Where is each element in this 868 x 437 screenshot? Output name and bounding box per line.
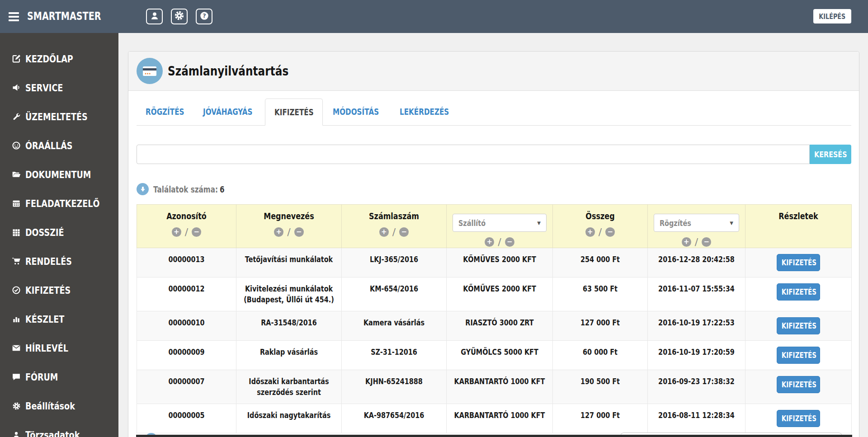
col-header-szallito: Szállító▼ +/− bbox=[447, 205, 553, 248]
help-button[interactable]: ? bbox=[196, 9, 212, 24]
cell-recorded: 2016-08-11 12:28:34 bbox=[648, 404, 745, 433]
sort-asc-button[interactable]: + bbox=[682, 237, 691, 247]
sort-desc-button[interactable]: − bbox=[294, 227, 304, 237]
table-row: 00000009 Raklap vásárlás SZ-31-12016 GYÜ… bbox=[137, 341, 852, 370]
sort-asc-button[interactable]: + bbox=[172, 227, 181, 237]
table-row: 00000012 Kivitelezési munkálatok (Budape… bbox=[137, 277, 852, 311]
cell-recorded: 2016-10-19 17:22:53 bbox=[648, 311, 745, 341]
logout-button[interactable]: KILÉPÉS bbox=[813, 9, 851, 23]
sidebar-item-dokumentum[interactable]: DOKUMENTUM bbox=[0, 160, 118, 189]
pay-button[interactable]: KIFIZETÉS bbox=[777, 347, 820, 364]
cell-id: 00000013 bbox=[137, 248, 236, 277]
cell-id: 00000012 bbox=[137, 277, 236, 311]
col-header-azonosito: Azonosító +/− bbox=[137, 205, 236, 248]
question-icon: ? bbox=[199, 11, 209, 23]
sidebar-item-keszlet[interactable]: KÉSZLET bbox=[0, 305, 118, 334]
sidebar-item-beallitasok[interactable]: Beállítások bbox=[0, 391, 118, 420]
pay-button[interactable]: KIFIZETÉS bbox=[777, 410, 820, 427]
app: SMARTMASTER ? KILÉPÉS KEZDŐLAP SERVICE Ü… bbox=[0, 0, 868, 437]
sidebar-item-uzemeltetes[interactable]: ÜZEMELTETÉS bbox=[0, 102, 118, 131]
cart-icon bbox=[11, 256, 21, 266]
table-header-row: Azonosító +/− Megnevezés +/− Számlaszám … bbox=[137, 205, 852, 248]
sidebar-item-label: RENDELÉS bbox=[25, 256, 72, 267]
sort-asc-button[interactable]: + bbox=[585, 227, 595, 237]
sidebar-item-forum[interactable]: FÓRUM bbox=[0, 362, 118, 391]
content-panel: Számlanyilvántartás RÖGZÍTÉS JÓVÁHAGYÁS … bbox=[128, 51, 859, 437]
cell-name: Időszaki nagytakarítás bbox=[236, 404, 342, 433]
bottom-bar bbox=[136, 435, 852, 437]
cell-invoice: KJHN-65241888 bbox=[342, 370, 447, 404]
cell-invoice: SZ-31-12016 bbox=[342, 341, 447, 370]
sort-desc-button[interactable]: − bbox=[399, 227, 409, 237]
pay-button[interactable]: KIFIZETÉS bbox=[777, 376, 820, 393]
cell-invoice: LKJ-365/2016 bbox=[342, 248, 447, 277]
sidebar-item-torzsadatok[interactable]: Törzsadatok bbox=[0, 420, 118, 437]
tab-lekerdezes[interactable]: LEKÉRDEZÉS bbox=[391, 99, 461, 125]
cell-action: KIFIZETÉS bbox=[745, 341, 852, 370]
results-label: Találatok száma: bbox=[153, 184, 218, 194]
chevron-down-icon: ▼ bbox=[730, 221, 733, 226]
tab-kifizetes[interactable]: KIFIZETÉS bbox=[265, 99, 323, 125]
sidebar: KEZDŐLAP SERVICE ÜZEMELTETÉS ÓRAÁLLÁS DO… bbox=[0, 33, 118, 437]
sort-asc-button[interactable]: + bbox=[485, 237, 494, 247]
sidebar-item-hirlevel[interactable]: HÍRLEVÉL bbox=[0, 334, 118, 362]
tab-modositas[interactable]: MÓDOSÍTÁS bbox=[324, 99, 390, 125]
sidebar-item-label: Beállítások bbox=[25, 400, 75, 412]
svg-text:?: ? bbox=[203, 12, 206, 19]
table-row: 00000010 RA-31548/2016 Kamera vásárlás R… bbox=[137, 311, 852, 341]
pay-button[interactable]: KIFIZETÉS bbox=[777, 254, 820, 271]
cell-amount: 190 500 Ft bbox=[553, 370, 648, 404]
search-button[interactable]: KERESÉS bbox=[810, 145, 851, 164]
recorded-filter-select[interactable]: Rögzítés▼ bbox=[654, 214, 739, 232]
sort-desc-button[interactable]: − bbox=[605, 227, 615, 237]
cell-amount: 63 500 Ft bbox=[553, 277, 648, 311]
sidebar-item-label: KEZDŐLAP bbox=[25, 53, 73, 65]
top-navbar: SMARTMASTER ? KILÉPÉS bbox=[0, 0, 868, 33]
sidebar-item-label: KIFIZETÉS bbox=[25, 285, 71, 296]
sort-desc-button[interactable]: − bbox=[505, 237, 514, 247]
sidebar-item-service[interactable]: SERVICE bbox=[0, 73, 118, 102]
cell-invoice: KM-654/2016 bbox=[342, 277, 447, 311]
sidebar-item-rendeles[interactable]: RENDELÉS bbox=[0, 247, 118, 276]
chat-icon bbox=[11, 372, 21, 382]
sort-desc-button[interactable]: − bbox=[702, 237, 711, 247]
tab-rogzites[interactable]: RÖGZÍTÉS bbox=[137, 99, 193, 125]
table-row: 00000005 Időszaki nagytakarítás KA-98765… bbox=[137, 404, 852, 433]
settings-button[interactable] bbox=[171, 9, 188, 24]
sidebar-item-kezdolap[interactable]: KEZDŐLAP bbox=[0, 44, 118, 73]
check-circle-icon bbox=[11, 285, 21, 295]
supplier-filter-select[interactable]: Szállító▼ bbox=[453, 214, 547, 232]
sidebar-item-feladatkezelo[interactable]: FELADATKEZELŐ bbox=[0, 189, 118, 218]
col-header-rogzites: Rögzítés▼ +/− bbox=[648, 205, 745, 248]
sidebar-item-label: DOKUMENTUM bbox=[25, 169, 91, 180]
menu-toggle-icon[interactable] bbox=[9, 12, 19, 21]
cell-name: Kivitelezési munkálatok (Budapest, Üllői… bbox=[236, 277, 342, 311]
sort-asc-button[interactable]: + bbox=[274, 227, 283, 237]
col-header-osszeg: Összeg +/− bbox=[553, 205, 648, 248]
search-input[interactable] bbox=[137, 145, 810, 164]
sidebar-item-kifizetes[interactable]: KIFIZETÉS bbox=[0, 276, 118, 305]
tab-jovahagyas[interactable]: JÓVÁHAGYÁS bbox=[194, 99, 264, 125]
wrench-icon bbox=[11, 112, 21, 122]
results-text: Találatok száma:6 bbox=[153, 184, 225, 194]
pay-button[interactable]: KIFIZETÉS bbox=[777, 283, 820, 301]
cell-supplier: KŐMŰVES 2000 KFT bbox=[447, 277, 553, 311]
gear-icon bbox=[174, 10, 184, 23]
cell-invoice: KA-987654/2016 bbox=[342, 404, 447, 433]
sidebar-item-dosszie[interactable]: DOSSZIÉ bbox=[0, 218, 118, 247]
cell-action: KIFIZETÉS bbox=[745, 311, 852, 341]
profile-button[interactable] bbox=[146, 9, 163, 24]
cell-action: KIFIZETÉS bbox=[745, 277, 852, 311]
sort-desc-button[interactable]: − bbox=[192, 227, 201, 237]
pay-button[interactable]: KIFIZETÉS bbox=[777, 317, 820, 334]
chevron-down-icon: ▼ bbox=[537, 221, 541, 226]
sidebar-item-label: KÉSZLET bbox=[25, 314, 64, 325]
sidebar-item-label: ÜZEMELTETÉS bbox=[25, 111, 88, 122]
calendar-icon bbox=[11, 198, 21, 208]
person-icon bbox=[11, 430, 21, 437]
cell-amount: 127 000 Ft bbox=[553, 311, 648, 341]
sort-asc-button[interactable]: + bbox=[379, 227, 389, 237]
sidebar-item-oraallas[interactable]: ÓRAÁLLÁS bbox=[0, 131, 118, 160]
cell-action: KIFIZETÉS bbox=[745, 404, 852, 433]
bar-chart-icon bbox=[11, 314, 21, 324]
